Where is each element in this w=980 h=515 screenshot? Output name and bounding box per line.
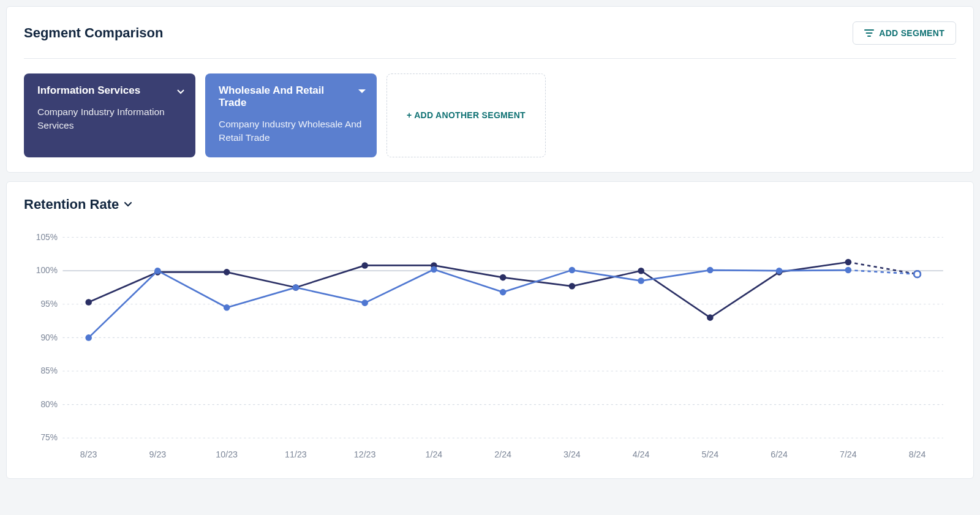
svg-point-38 bbox=[569, 283, 576, 290]
filter-icon bbox=[864, 29, 874, 37]
svg-text:11/23: 11/23 bbox=[285, 449, 307, 459]
svg-point-51 bbox=[569, 267, 576, 274]
svg-text:5/24: 5/24 bbox=[701, 449, 718, 459]
svg-point-35 bbox=[361, 262, 368, 269]
svg-point-52 bbox=[638, 277, 644, 284]
chevron-down-icon[interactable] bbox=[358, 86, 366, 97]
svg-point-53 bbox=[707, 267, 714, 274]
svg-text:8/23: 8/23 bbox=[80, 449, 97, 459]
svg-text:95%: 95% bbox=[40, 299, 58, 309]
svg-text:1/24: 1/24 bbox=[426, 449, 443, 459]
add-another-segment-button[interactable]: + ADD ANOTHER SEGMENT bbox=[386, 73, 546, 157]
add-another-segment-label: + ADD ANOTHER SEGMENT bbox=[407, 110, 526, 120]
segment-card-title: Segment Comparison bbox=[24, 25, 163, 41]
chevron-down-icon[interactable] bbox=[124, 199, 132, 210]
svg-point-37 bbox=[500, 274, 507, 281]
svg-text:3/24: 3/24 bbox=[564, 449, 581, 459]
svg-point-39 bbox=[638, 268, 644, 274]
svg-point-49 bbox=[431, 266, 437, 273]
svg-point-43 bbox=[914, 271, 921, 277]
segment-card-wholesale-retail[interactable]: Wholesale And Retail Trade Company Indus… bbox=[205, 73, 377, 157]
svg-point-42 bbox=[845, 259, 852, 266]
svg-text:6/24: 6/24 bbox=[771, 449, 788, 459]
add-segment-button[interactable]: ADD SEGMENT bbox=[853, 21, 956, 45]
svg-point-50 bbox=[500, 289, 507, 296]
svg-point-31 bbox=[85, 299, 92, 306]
svg-text:9/23: 9/23 bbox=[149, 449, 167, 459]
svg-text:105%: 105% bbox=[36, 233, 58, 242]
retention-chart: 75%80%85%90%95%100%105%8/239/2310/2311/2… bbox=[24, 231, 956, 464]
svg-text:12/23: 12/23 bbox=[354, 449, 376, 459]
chevron-down-icon[interactable] bbox=[177, 86, 184, 97]
svg-point-54 bbox=[776, 268, 783, 274]
svg-text:7/24: 7/24 bbox=[840, 449, 857, 459]
svg-text:80%: 80% bbox=[40, 400, 58, 409]
metric-header[interactable]: Retention Rate bbox=[24, 197, 956, 212]
segment-subtitle: Company Industry Wholesale And Retail Tr… bbox=[219, 118, 363, 145]
segment-card-header: Segment Comparison ADD SEGMENT bbox=[24, 21, 956, 59]
svg-point-46 bbox=[224, 304, 230, 311]
segment-comparison-card: Segment Comparison ADD SEGMENT Informati… bbox=[6, 6, 974, 173]
svg-point-45 bbox=[154, 268, 161, 274]
svg-text:90%: 90% bbox=[40, 333, 58, 342]
metric-title: Retention Rate bbox=[24, 197, 119, 212]
segment-card-information-services[interactable]: Information Services Company Industry In… bbox=[24, 73, 195, 157]
retention-rate-card: Retention Rate 75%80%85%90%95%100%105%8/… bbox=[6, 181, 974, 479]
svg-point-48 bbox=[361, 299, 368, 306]
svg-point-47 bbox=[293, 284, 300, 291]
svg-text:85%: 85% bbox=[40, 366, 58, 375]
svg-point-40 bbox=[707, 314, 714, 321]
svg-point-44 bbox=[85, 334, 92, 341]
svg-text:4/24: 4/24 bbox=[633, 449, 650, 459]
svg-point-33 bbox=[224, 269, 230, 276]
segment-title: Information Services bbox=[37, 85, 182, 97]
segment-title: Wholesale And Retail Trade bbox=[219, 85, 363, 109]
svg-text:75%: 75% bbox=[40, 433, 58, 442]
svg-text:8/24: 8/24 bbox=[909, 449, 926, 459]
svg-point-55 bbox=[845, 267, 852, 274]
svg-text:100%: 100% bbox=[36, 266, 58, 275]
segments-row: Information Services Company Industry In… bbox=[24, 73, 956, 157]
svg-text:10/23: 10/23 bbox=[216, 449, 238, 459]
segment-subtitle: Company Industry Information Services bbox=[37, 105, 182, 133]
add-segment-label: ADD SEGMENT bbox=[879, 28, 944, 38]
svg-text:2/24: 2/24 bbox=[494, 449, 511, 459]
